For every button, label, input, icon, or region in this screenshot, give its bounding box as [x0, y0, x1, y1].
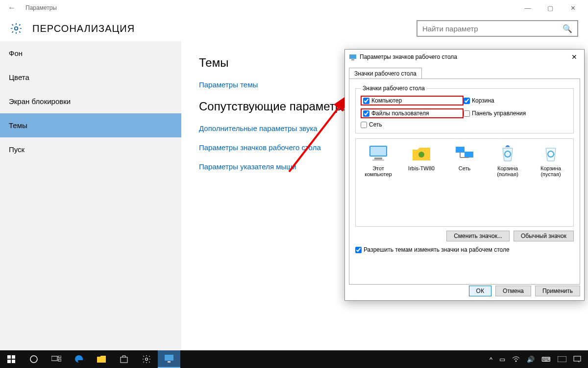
svg-rect-17 — [7, 360, 11, 363]
fieldset-legend: Значки рабочего стола — [361, 85, 427, 92]
svg-rect-2 — [349, 54, 356, 59]
sidebar-item-themes[interactable]: Темы — [0, 113, 181, 137]
minimize-button[interactable]: ― — [516, 4, 539, 12]
checkbox-network[interactable] — [361, 122, 367, 128]
dialog-icon — [349, 53, 357, 61]
svg-rect-25 — [165, 355, 173, 361]
task-view-icon[interactable] — [45, 350, 68, 368]
page-title: ПЕРСОНАЛИЗАЦИЯ — [32, 23, 135, 34]
gear-icon — [10, 22, 23, 35]
sidebar-item-background[interactable]: Фон — [0, 41, 181, 65]
label-userfiles: Файлы пользователя — [371, 110, 429, 117]
icon-recycle-full[interactable]: Корзина (полная) — [488, 144, 527, 177]
svg-rect-23 — [121, 357, 127, 363]
icon-preview-list[interactable]: Этот компьютер Irbis-TW80 Сеть Корзина (… — [355, 138, 574, 227]
highlight-computer: Компьютер — [361, 96, 464, 105]
svg-rect-21 — [58, 356, 61, 358]
sidebar-item-start[interactable]: Пуск — [0, 137, 181, 161]
desktop-icons-dialog: Параметры значков рабочего стола ✕ Значк… — [344, 49, 585, 301]
checkbox-allow-themes[interactable] — [355, 247, 362, 253]
tray-chevron-icon[interactable]: ^ — [490, 356, 492, 363]
checkbox-computer[interactable] — [363, 98, 369, 104]
cancel-button[interactable]: Отмена — [495, 286, 531, 296]
icon-this-pc[interactable]: Этот компьютер — [359, 144, 398, 177]
back-button[interactable]: ← — [4, 3, 20, 12]
icon-network[interactable]: Сеть — [445, 144, 484, 171]
svg-rect-5 — [370, 147, 386, 156]
window-title: Параметры — [25, 4, 57, 11]
svg-rect-3 — [351, 59, 354, 60]
edge-icon[interactable] — [68, 350, 90, 368]
dialog-titlebar: Параметры значков рабочего стола ✕ — [345, 50, 584, 64]
icon-recycle-empty[interactable]: Корзина (пустая) — [531, 144, 570, 177]
svg-rect-6 — [374, 158, 382, 159]
start-button[interactable] — [0, 350, 23, 368]
svg-rect-7 — [372, 159, 384, 161]
label-recycle: Корзина — [472, 97, 494, 104]
svg-rect-30 — [574, 356, 581, 361]
icon-label: Сеть — [445, 165, 484, 171]
svg-rect-28 — [558, 356, 566, 362]
tray-battery-icon[interactable]: ▭ — [499, 356, 505, 363]
dialog-footer: ОК Отмена Применить — [469, 286, 580, 296]
tab-panel: Значки рабочего стола Компьютер Корзина … — [349, 79, 580, 285]
store-icon[interactable] — [113, 350, 135, 368]
maximize-button[interactable]: ▢ — [539, 4, 562, 12]
svg-point-24 — [146, 358, 148, 361]
checkbox-userfiles[interactable] — [363, 110, 369, 117]
search-input[interactable] — [422, 25, 563, 33]
tray-keyboard-icon[interactable] — [558, 356, 566, 362]
window-controls: ― ▢ ✕ — [516, 4, 584, 12]
icon-user-folder[interactable]: Irbis-TW80 — [402, 144, 441, 171]
tray-language-icon[interactable]: ⌨ — [541, 356, 551, 363]
label-computer: Компьютер — [371, 97, 402, 104]
dialog-close-button[interactable]: ✕ — [568, 53, 580, 61]
tab-strip: Значки рабочего стола — [345, 64, 584, 79]
sidebar: Фон Цвета Экран блокировки Темы Пуск — [0, 41, 181, 350]
sidebar-item-lockscreen[interactable]: Экран блокировки — [0, 89, 181, 113]
settings-taskbar-icon[interactable] — [135, 350, 158, 368]
svg-point-8 — [418, 152, 424, 158]
svg-rect-10 — [465, 152, 473, 158]
explorer-icon[interactable] — [90, 350, 113, 368]
tab-desktop-icons[interactable]: Значки рабочего стола — [349, 68, 422, 79]
svg-rect-18 — [12, 360, 15, 363]
default-icon-button[interactable]: Обычный значок — [514, 231, 574, 241]
label-allow-themes: Разрешить темам изменять значки на рабоч… — [364, 246, 510, 253]
icon-label: Irbis-TW80 — [402, 165, 441, 171]
tray-volume-icon[interactable]: 🔊 — [527, 356, 535, 363]
svg-rect-15 — [7, 355, 11, 359]
search-box[interactable]: 🔍 — [416, 20, 578, 37]
svg-rect-9 — [456, 147, 465, 153]
icons-fieldset: Значки рабочего стола Компьютер Корзина … — [355, 85, 574, 133]
titlebar: ← Параметры ― ▢ ✕ — [0, 0, 588, 16]
dialog-title: Параметры значков рабочего стола — [360, 53, 457, 60]
close-button[interactable]: ✕ — [562, 4, 584, 12]
tray-wifi-icon[interactable] — [512, 356, 520, 362]
taskbar: ^ ▭ 🔊 ⌨ — [0, 350, 588, 368]
header: ПЕРСОНАЛИЗАЦИЯ 🔍 — [0, 16, 588, 41]
svg-rect-16 — [12, 355, 15, 359]
svg-point-0 — [15, 27, 18, 30]
tray-notifications-icon[interactable] — [573, 356, 581, 363]
checkbox-control[interactable] — [464, 110, 470, 117]
svg-rect-22 — [58, 359, 61, 361]
svg-point-19 — [30, 356, 37, 363]
checkbox-recycle[interactable] — [464, 98, 470, 104]
apply-button[interactable]: Применить — [535, 286, 580, 296]
svg-point-27 — [515, 361, 516, 362]
sidebar-item-colors[interactable]: Цвета — [0, 65, 181, 89]
personalization-taskbar-icon[interactable] — [158, 350, 180, 368]
icon-label: Этот компьютер — [359, 165, 398, 177]
cortana-icon[interactable] — [23, 350, 45, 368]
svg-rect-20 — [51, 356, 57, 361]
svg-rect-26 — [168, 361, 171, 363]
ok-button[interactable]: ОК — [469, 286, 491, 296]
icon-label: Корзина (пустая) — [531, 165, 570, 177]
highlight-userfiles: Файлы пользователя — [361, 108, 464, 118]
icon-label: Корзина (полная) — [488, 165, 527, 177]
change-icon-button[interactable]: Сменить значок... — [446, 231, 510, 241]
label-network: Сеть — [369, 121, 382, 128]
search-icon: 🔍 — [563, 24, 572, 33]
system-tray: ^ ▭ 🔊 ⌨ — [490, 356, 588, 363]
